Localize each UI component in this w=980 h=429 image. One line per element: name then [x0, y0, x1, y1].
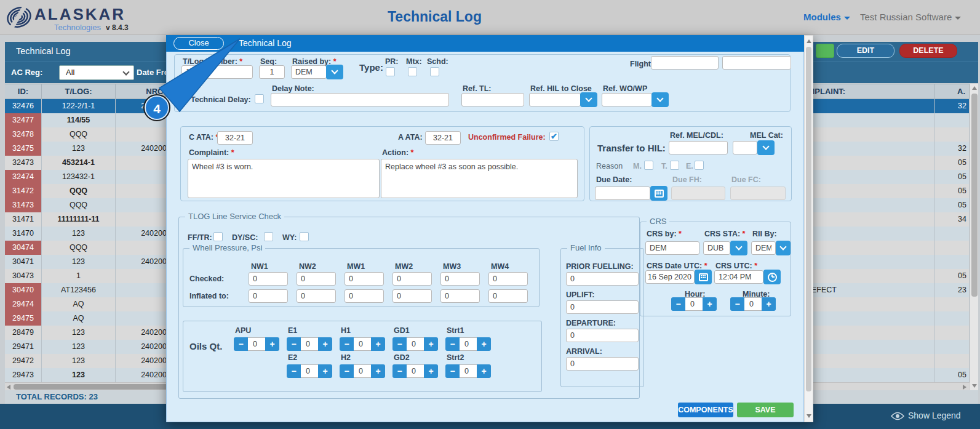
crs-sta-dropdown-button[interactable] — [730, 241, 747, 255]
delay-note-input[interactable] — [271, 93, 449, 106]
a-ata-input[interactable] — [425, 131, 461, 145]
checked-nw1-input[interactable] — [249, 272, 288, 286]
ref-wowp-dropdown-button[interactable] — [651, 92, 669, 107]
ref-wowp-input[interactable] — [602, 93, 652, 106]
strt2-increment-button[interactable] — [477, 364, 491, 378]
strt2-decrement-button[interactable] — [445, 364, 460, 378]
e1-increment-button[interactable] — [318, 337, 332, 351]
e2-decrement-button[interactable] — [287, 364, 301, 378]
gd2-decrement-button[interactable] — [392, 364, 407, 378]
fftr-checkbox[interactable] — [213, 232, 223, 241]
due-date-input[interactable] — [595, 186, 650, 200]
fuel-prior-fuelling-input[interactable] — [566, 272, 639, 286]
flight-input-2[interactable] — [722, 56, 791, 70]
pr-checkbox[interactable] — [386, 67, 395, 76]
column-header-a[interactable]: A. — [935, 84, 970, 99]
gd1-increment-button[interactable] — [424, 337, 438, 351]
reason-e-checkbox[interactable] — [695, 161, 704, 170]
checked-nw2-input[interactable] — [297, 272, 336, 286]
crs-sta-input[interactable] — [703, 241, 730, 255]
crs-date-calendar-button[interactable] — [695, 270, 712, 284]
h2-input[interactable] — [354, 364, 371, 378]
crs-by-input[interactable] — [645, 241, 699, 255]
tlog-number-input[interactable] — [181, 65, 253, 79]
mel-cat-dropdown-button[interactable] — [757, 140, 775, 155]
apu-increment-button[interactable] — [265, 337, 279, 351]
h1-increment-button[interactable] — [371, 337, 385, 351]
inflated-mw2-input[interactable] — [392, 289, 432, 303]
gd1-decrement-button[interactable] — [392, 337, 407, 351]
gd2-input[interactable] — [407, 364, 424, 378]
rii-by-input[interactable] — [751, 241, 776, 255]
strt2-input[interactable] — [460, 364, 477, 378]
apu-input[interactable] — [248, 337, 265, 351]
scroll-down-icon[interactable] — [807, 414, 811, 418]
minute-input[interactable] — [744, 297, 762, 311]
mtx-checkbox[interactable] — [408, 67, 417, 76]
gd1-input[interactable] — [407, 337, 424, 351]
hour-decrement-button[interactable] — [671, 297, 685, 311]
h1-decrement-button[interactable] — [340, 337, 354, 351]
modal-scroll-thumb[interactable] — [806, 47, 811, 391]
vertical-scroll-thumb[interactable] — [971, 94, 978, 297]
due-date-calendar-button[interactable] — [650, 186, 667, 201]
delete-button[interactable]: DELETE — [899, 44, 957, 58]
scroll-up-icon[interactable] — [807, 39, 811, 43]
table-vertical-scrollbar[interactable] — [970, 84, 978, 390]
rii-by-dropdown-button[interactable] — [776, 241, 791, 255]
technical-delay-checkbox[interactable] — [255, 94, 264, 103]
reason-m-checkbox[interactable] — [644, 161, 653, 170]
crs-utc-clock-button[interactable] — [763, 270, 781, 284]
e2-input[interactable] — [301, 364, 318, 378]
crs-date-input[interactable] — [645, 270, 695, 284]
ref-hil-input[interactable] — [529, 93, 581, 106]
action-textarea[interactable]: Replace wheel #3 as soon as possible. — [381, 159, 578, 198]
inflated-mw3-input[interactable] — [440, 289, 480, 303]
flight-input-1[interactable] — [651, 56, 719, 70]
strt1-increment-button[interactable] — [477, 337, 491, 351]
schd-checkbox[interactable] — [430, 67, 439, 76]
inflated-mw1-input[interactable] — [345, 289, 384, 303]
e2-increment-button[interactable] — [318, 364, 332, 378]
scroll-down-icon[interactable] — [972, 384, 977, 388]
inflated-nw2-input[interactable] — [297, 289, 336, 303]
save-button[interactable]: SAVE — [737, 403, 794, 417]
reason-t-checkbox[interactable] — [670, 161, 679, 170]
close-button[interactable]: Close — [173, 37, 224, 50]
fuel-departure-input[interactable] — [566, 329, 639, 342]
modules-menu[interactable]: Modules — [803, 12, 850, 22]
h1-input[interactable] — [354, 337, 371, 351]
unconfirmed-failure-checkbox[interactable] — [549, 132, 559, 141]
edit-button[interactable]: EDIT — [837, 44, 894, 58]
fuel-arrival-input[interactable] — [566, 357, 639, 371]
checked-mw4-input[interactable] — [488, 272, 528, 286]
e1-input[interactable] — [301, 337, 318, 351]
inflated-mw4-input[interactable] — [488, 289, 528, 303]
h2-decrement-button[interactable] — [340, 364, 354, 378]
inflated-nw1-input[interactable] — [249, 289, 288, 303]
apu-decrement-button[interactable] — [234, 337, 248, 351]
crs-utc-input[interactable] — [714, 270, 763, 284]
c-ata-input[interactable] — [217, 131, 253, 145]
scroll-up-icon[interactable] — [972, 86, 977, 90]
raised-by-input[interactable] — [291, 65, 327, 79]
user-menu[interactable]: Test Russian Software — [860, 12, 961, 22]
add-button[interactable] — [816, 44, 834, 58]
strt1-input[interactable] — [460, 337, 477, 351]
raised-by-dropdown-button[interactable] — [326, 65, 343, 79]
ac-reg-select[interactable]: All — [59, 65, 134, 80]
ref-tl-input[interactable] — [461, 93, 524, 106]
scroll-right-icon[interactable] — [963, 385, 966, 390]
wy-checkbox[interactable] — [300, 232, 309, 241]
ref-hil-dropdown-button[interactable] — [580, 92, 597, 107]
dysc-checkbox[interactable] — [264, 232, 273, 241]
column-header-id[interactable]: ID: — [5, 84, 42, 99]
h2-increment-button[interactable] — [371, 364, 385, 378]
gd2-increment-button[interactable] — [424, 364, 438, 378]
checked-mw3-input[interactable] — [440, 272, 480, 286]
minute-increment-button[interactable] — [762, 297, 776, 311]
fuel-uplift-input[interactable] — [566, 300, 639, 314]
components-button[interactable]: COMPONENTS — [678, 403, 733, 417]
modal-scrollbar[interactable] — [804, 35, 813, 422]
scroll-left-icon[interactable] — [7, 385, 10, 390]
